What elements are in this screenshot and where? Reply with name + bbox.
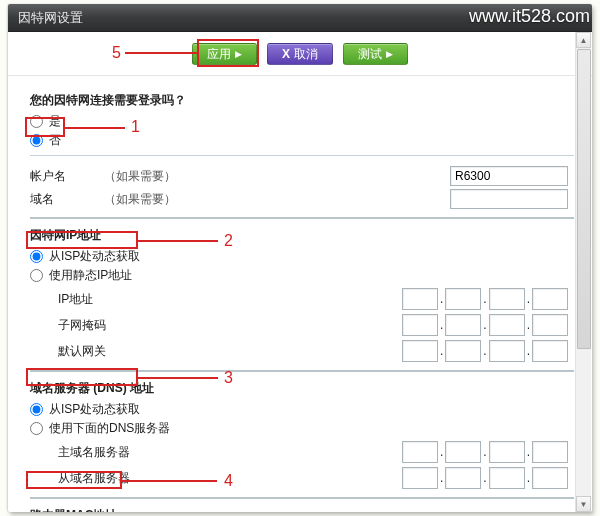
test-label: 测试 (358, 44, 382, 64)
ip-static-option[interactable]: 使用静态IP地址 (30, 267, 574, 284)
ip-dynamic-option[interactable]: 从ISP处动态获取 (30, 248, 574, 265)
settings-window: 因特网设置 应用 ▶ X 取消 测试 ▶ 您的因特网连接需要登录吗？ 是 否 帐… (8, 4, 592, 512)
login-yes-label: 是 (49, 113, 61, 130)
domain-input[interactable] (450, 189, 568, 209)
account-name-input[interactable] (450, 166, 568, 186)
dns1-oct-2[interactable] (445, 441, 481, 463)
gw-oct-4[interactable] (532, 340, 568, 362)
dns-manual-radio[interactable] (30, 422, 43, 435)
cancel-button[interactable]: X 取消 (267, 43, 333, 65)
play-icon: ▶ (386, 44, 393, 64)
login-question: 您的因特网连接需要登录吗？ (30, 92, 574, 109)
watermark-text: www.it528.com (469, 6, 590, 27)
dns-manual-option[interactable]: 使用下面的DNS服务器 (30, 420, 574, 437)
apply-button[interactable]: 应用 ▶ (192, 43, 257, 65)
dns-primary-row: 主域名服务器 . . . (58, 441, 574, 463)
ip-dynamic-label: 从ISP处动态获取 (49, 248, 140, 265)
dns-dynamic-label: 从ISP处动态获取 (49, 401, 140, 418)
window-title: 因特网设置 (18, 10, 83, 25)
login-yes-option[interactable]: 是 (30, 113, 574, 130)
close-icon: X (282, 44, 290, 64)
domain-row: 域名 （如果需要） (30, 189, 574, 209)
mask-oct-1[interactable] (402, 314, 438, 336)
ip-section-title: 因特网IP地址 (30, 227, 574, 244)
mask-oct-2[interactable] (445, 314, 481, 336)
divider (30, 155, 574, 156)
ip-address-label: IP地址 (58, 291, 178, 308)
dns2-oct-1[interactable] (402, 467, 438, 489)
gateway-row: 默认网关 . . . (58, 340, 574, 362)
dns2-oct-2[interactable] (445, 467, 481, 489)
dns2-oct-3[interactable] (489, 467, 525, 489)
account-name-label: 帐户名 (30, 168, 100, 185)
ip-static-radio[interactable] (30, 269, 43, 282)
dns1-oct-4[interactable] (532, 441, 568, 463)
dns1-oct-3[interactable] (489, 441, 525, 463)
domain-label: 域名 (30, 191, 100, 208)
login-no-label: 否 (49, 132, 61, 149)
dns-secondary-row: 从域名服务器 . . . (58, 467, 574, 489)
gw-oct-1[interactable] (402, 340, 438, 362)
dns-manual-label: 使用下面的DNS服务器 (49, 420, 170, 437)
domain-hint: （如果需要） (104, 191, 176, 208)
dns-primary-label: 主域名服务器 (58, 444, 178, 461)
ip-oct-4[interactable] (532, 288, 568, 310)
dns2-oct-4[interactable] (532, 467, 568, 489)
test-button[interactable]: 测试 ▶ (343, 43, 408, 65)
ip-address-input-group: . . . (402, 288, 568, 310)
mask-oct-3[interactable] (489, 314, 525, 336)
account-name-hint: （如果需要） (104, 168, 176, 185)
ip-oct-2[interactable] (445, 288, 481, 310)
mask-oct-4[interactable] (532, 314, 568, 336)
ip-dynamic-radio[interactable] (30, 250, 43, 263)
dns-secondary-input-group: . . . (402, 467, 568, 489)
scroll-up-button[interactable]: ▲ (576, 32, 591, 48)
dns-primary-input-group: . . . (402, 441, 568, 463)
scrollbar[interactable]: ▲ ▼ (575, 32, 591, 512)
dns-section-title: 域名服务器 (DNS) 地址 (30, 380, 574, 397)
divider (30, 497, 574, 499)
subnet-input-group: . . . (402, 314, 568, 336)
dns-dynamic-option[interactable]: 从ISP处动态获取 (30, 401, 574, 418)
gateway-input-group: . . . (402, 340, 568, 362)
login-no-radio[interactable] (30, 134, 43, 147)
scroll-down-button[interactable]: ▼ (576, 496, 591, 512)
divider (30, 217, 574, 219)
login-yes-radio[interactable] (30, 115, 43, 128)
subnet-row: 子网掩码 . . . (58, 314, 574, 336)
dns-secondary-label: 从域名服务器 (58, 470, 178, 487)
ip-oct-1[interactable] (402, 288, 438, 310)
ip-oct-3[interactable] (489, 288, 525, 310)
content-area: 您的因特网连接需要登录吗？ 是 否 帐户名 （如果需要） 域名 （如果需要） 因… (8, 76, 592, 512)
mac-section-title: 路由器MAC地址 (30, 507, 574, 512)
cancel-label: 取消 (294, 44, 318, 64)
account-name-row: 帐户名 （如果需要） (30, 166, 574, 186)
subnet-label: 子网掩码 (58, 317, 178, 334)
gw-oct-3[interactable] (489, 340, 525, 362)
dns1-oct-1[interactable] (402, 441, 438, 463)
toolbar: 应用 ▶ X 取消 测试 ▶ (8, 32, 592, 76)
play-icon: ▶ (235, 44, 242, 64)
gateway-label: 默认网关 (58, 343, 178, 360)
login-no-option[interactable]: 否 (30, 132, 574, 149)
ip-static-label: 使用静态IP地址 (49, 267, 132, 284)
divider (30, 370, 574, 372)
ip-address-row: IP地址 . . . (58, 288, 574, 310)
dns-dynamic-radio[interactable] (30, 403, 43, 416)
scroll-thumb[interactable] (577, 49, 591, 349)
apply-label: 应用 (207, 44, 231, 64)
gw-oct-2[interactable] (445, 340, 481, 362)
